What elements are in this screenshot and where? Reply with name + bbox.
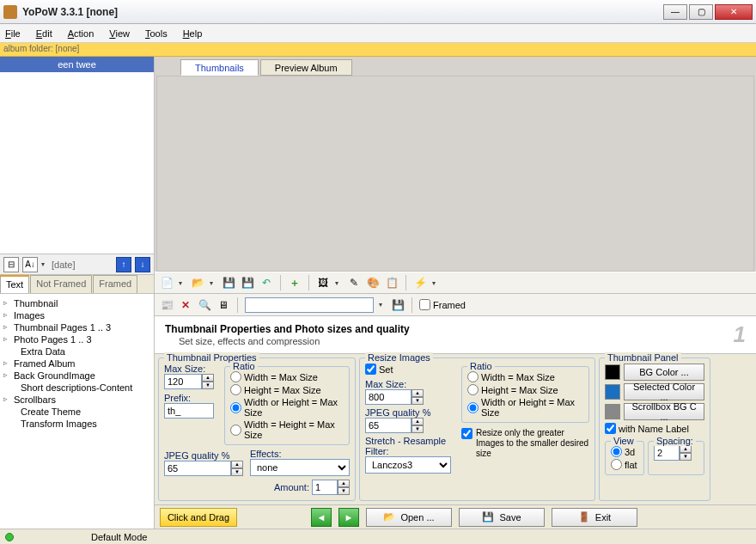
- tab-framed[interactable]: Framed: [93, 275, 137, 293]
- image-icon[interactable]: 🖼: [316, 276, 330, 290]
- tree-photopages[interactable]: Photo Pages 1 .. 3: [2, 333, 152, 345]
- run-dropdown[interactable]: ▾: [432, 279, 439, 287]
- tp-prefix-input[interactable]: [164, 403, 214, 419]
- prop-title: Thumbnail Properties and Photo sizes and…: [165, 323, 734, 335]
- sort-dropdown[interactable]: ▾: [41, 260, 48, 268]
- exit-button[interactable]: 🚪Exit: [552, 508, 637, 527]
- open-folder-icon[interactable]: 📂: [191, 276, 204, 290]
- next-button[interactable]: ►: [338, 508, 359, 527]
- ri-stretch-select[interactable]: Lanczos3: [365, 456, 451, 474]
- tree-framedalbum[interactable]: Framed Album: [2, 358, 152, 370]
- save-disk-icon[interactable]: 💾: [222, 276, 235, 290]
- move-up-icon[interactable]: ↑: [116, 257, 131, 272]
- tp-ratio-weqh[interactable]: Width = Height = Max Size: [230, 419, 344, 441]
- monitor-icon[interactable]: 🖥: [216, 298, 230, 312]
- album-item[interactable]: een twee: [0, 57, 154, 72]
- clipboard-icon[interactable]: 📋: [385, 276, 399, 290]
- tree-transform[interactable]: Transform Images: [2, 418, 152, 430]
- minimize-button[interactable]: —: [663, 4, 687, 20]
- tool-doc-icon[interactable]: 📰: [160, 298, 174, 312]
- menu-action[interactable]: Action: [68, 28, 94, 39]
- path-input[interactable]: [245, 297, 374, 313]
- tp-maxsize-down[interactable]: ▼: [202, 382, 214, 389]
- edit-pencil-icon[interactable]: ✎: [347, 276, 361, 290]
- ri-maxsize-down[interactable]: ▼: [412, 397, 424, 405]
- tp-amount-down[interactable]: ▼: [338, 487, 350, 495]
- ri-jpeg-up[interactable]: ▲: [412, 418, 424, 425]
- view-flat[interactable]: flat: [611, 458, 638, 471]
- tp-amount-up[interactable]: ▲: [338, 480, 350, 487]
- spacing-down[interactable]: ▼: [680, 453, 692, 461]
- menu-edit[interactable]: Edit: [36, 28, 52, 39]
- ri-set-checkbox[interactable]: Set: [365, 364, 393, 375]
- view-3d[interactable]: 3d: [611, 445, 638, 458]
- tree-thumbpages[interactable]: Thumbnail Pages 1 .. 3: [2, 321, 152, 333]
- tp-maxsize-input[interactable]: [164, 374, 202, 389]
- tab-thumbnails[interactable]: Thumbnails: [180, 59, 259, 76]
- ri-ratio-wh[interactable]: Width or Height = Max Size: [467, 396, 583, 419]
- tp-ratio-width[interactable]: Width = Max Size: [230, 370, 344, 383]
- ri-maxsize-input[interactable]: [365, 389, 412, 405]
- new-dropdown[interactable]: ▾: [179, 279, 186, 287]
- tp-ratio-wh[interactable]: Width or Height = Max Size: [230, 396, 344, 419]
- tree-shortdesc[interactable]: Short descriptions-Content: [2, 382, 152, 394]
- selected-color-button[interactable]: Selected Color ...: [624, 383, 704, 400]
- bg-color-button[interactable]: BG Color ...: [624, 364, 704, 381]
- tab-preview-album[interactable]: Preview Album: [260, 59, 352, 76]
- prev-button[interactable]: ◄: [311, 508, 332, 527]
- move-down-icon[interactable]: ↓: [135, 257, 150, 272]
- ri-jpeg-down[interactable]: ▼: [412, 425, 424, 433]
- open-dropdown[interactable]: ▾: [210, 279, 216, 287]
- tree-toggle-icon[interactable]: ⊟: [3, 257, 19, 272]
- open-button[interactable]: 📂Open ...: [366, 508, 452, 527]
- ri-resizeonly-checkbox[interactable]: [461, 428, 472, 439]
- ri-maxsize-up[interactable]: ▲: [412, 389, 424, 397]
- tree-scrollbars[interactable]: Scrollbars: [2, 394, 152, 406]
- add-icon[interactable]: ＋: [288, 276, 302, 290]
- tree-createtheme[interactable]: Create Theme: [2, 406, 152, 418]
- save-button[interactable]: 💾Save: [459, 508, 545, 527]
- lightning-icon[interactable]: ⚡: [413, 276, 427, 290]
- colors-icon[interactable]: 🎨: [366, 276, 380, 290]
- ri-ratio-width[interactable]: Width = Max Size: [467, 370, 583, 383]
- tp-ratio-height[interactable]: Height = Max Size: [230, 383, 344, 396]
- maximize-button[interactable]: ▢: [689, 4, 713, 20]
- with-name-label-checkbox[interactable]: with Name Label: [605, 423, 689, 434]
- spacing-up[interactable]: ▲: [680, 445, 692, 453]
- tree-images[interactable]: Images: [2, 309, 152, 321]
- undo-icon[interactable]: ↶: [259, 276, 273, 290]
- sort-az-icon[interactable]: A↓: [22, 257, 38, 272]
- spacing-input[interactable]: [654, 445, 680, 461]
- tp-amount-input[interactable]: [312, 480, 338, 495]
- ri-ratio-height[interactable]: Height = Max Size: [467, 383, 583, 396]
- close-button[interactable]: ✕: [715, 4, 753, 20]
- menu-tools[interactable]: Tools: [145, 28, 168, 39]
- image-dropdown[interactable]: ▾: [335, 279, 342, 287]
- tab-text[interactable]: Text: [0, 275, 29, 293]
- tree[interactable]: Thumbnail Images Thumbnail Pages 1 .. 3 …: [0, 294, 154, 529]
- view-icon[interactable]: 🔍: [198, 298, 211, 312]
- tab-not-framed[interactable]: Not Framed: [30, 275, 92, 293]
- tree-thumbnail[interactable]: Thumbnail: [2, 297, 152, 309]
- ri-jpeg-input[interactable]: [365, 418, 412, 433]
- tp-jpeg-down[interactable]: ▼: [231, 468, 243, 476]
- album-list[interactable]: een twee: [0, 57, 154, 254]
- menu-view[interactable]: View: [109, 28, 130, 39]
- tp-maxsize-up[interactable]: ▲: [202, 374, 214, 382]
- click-and-drag-button[interactable]: Click and Drag: [160, 508, 237, 527]
- scrollbox-bg-button[interactable]: Scrollbox BG C ...: [624, 403, 704, 420]
- saveall-icon[interactable]: 💾: [241, 276, 254, 290]
- menu-file[interactable]: File: [5, 28, 21, 39]
- tp-jpeg-up[interactable]: ▲: [231, 461, 243, 468]
- menu-help[interactable]: Help: [183, 28, 203, 39]
- delete-x-icon[interactable]: ✕: [179, 298, 192, 312]
- new-icon[interactable]: 📄: [160, 276, 174, 290]
- tp-jpeg-input[interactable]: [164, 461, 231, 476]
- save-path-icon[interactable]: 💾: [391, 298, 405, 312]
- path-dropdown[interactable]: ▾: [379, 301, 386, 309]
- tree-extradata[interactable]: Extra Data: [2, 345, 152, 358]
- prop-subtitle: Set size, effects and compression: [165, 336, 734, 346]
- framed-checkbox[interactable]: Framed: [419, 299, 466, 310]
- tp-effects-select[interactable]: none: [250, 459, 350, 476]
- tree-bgimage[interactable]: Back GroundImage: [2, 370, 152, 382]
